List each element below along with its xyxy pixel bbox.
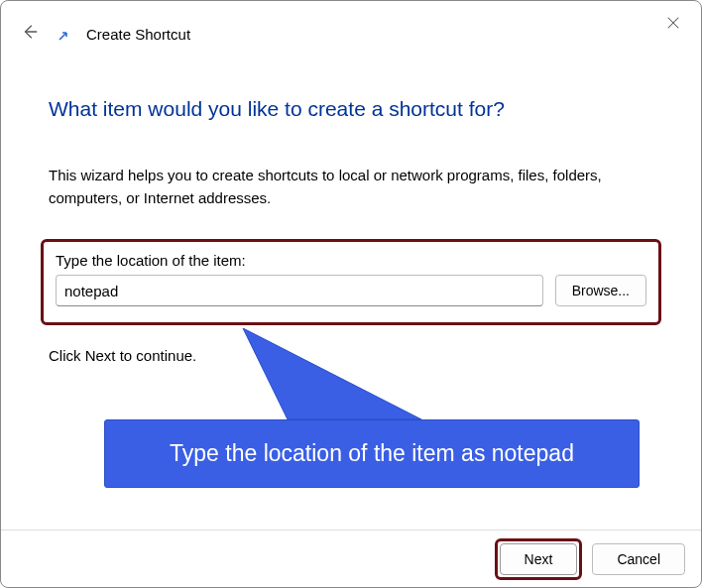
browse-button[interactable]: Browse... [555, 275, 646, 306]
wizard-header: Create Shortcut [1, 1, 701, 50]
continue-text: Click Next to continue. [49, 347, 653, 364]
callout-text: Type the location of the item as notepad [104, 419, 640, 488]
next-button[interactable]: Next [500, 543, 578, 575]
wizard-description: This wizard helps you to create shortcut… [49, 165, 653, 209]
cancel-button[interactable]: Cancel [592, 543, 685, 575]
location-highlight-box: Type the location of the item: Browse... [41, 239, 661, 325]
back-arrow-icon[interactable] [17, 19, 43, 50]
next-highlight-box: Next [495, 538, 583, 580]
wizard-footer: Next Cancel [1, 529, 701, 587]
shortcut-icon [57, 27, 72, 43]
location-input-row: Browse... [56, 275, 646, 306]
page-heading: What item would you like to create a sho… [49, 97, 653, 121]
location-label: Type the location of the item: [56, 252, 646, 269]
close-icon[interactable] [663, 13, 683, 33]
wizard-title: Create Shortcut [86, 26, 190, 43]
wizard-content: What item would you like to create a sho… [1, 50, 701, 364]
location-input[interactable] [56, 275, 543, 306]
